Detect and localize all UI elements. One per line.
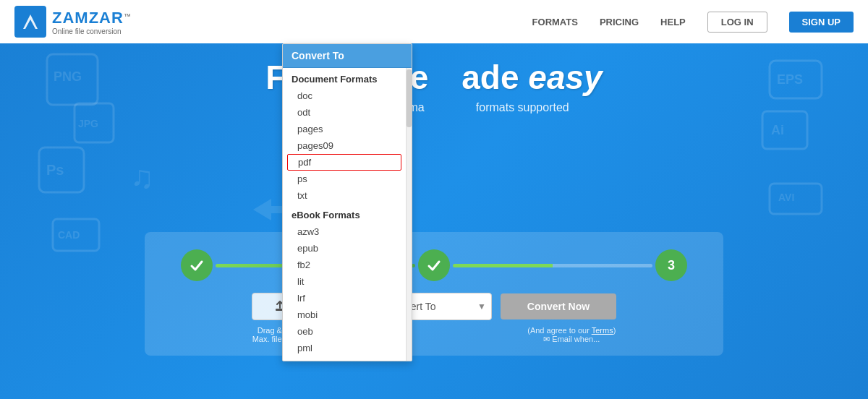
doodle-ps: Ps	[36, 145, 87, 195]
svg-text:Ai: Ai	[771, 123, 784, 137]
dropdown-item-fb2[interactable]: fb2	[283, 257, 406, 273]
hero-section: File convert ade easy Convert documents,…	[0, 58, 868, 114]
info-email-text: ✉ Email when...	[527, 335, 616, 344]
main-nav: FORMATS PRICING HELP LOG IN SIGN UP	[532, 12, 854, 33]
dropdown-item-pages[interactable]: pages	[283, 121, 406, 137]
section-label-document: Document Formats	[283, 68, 406, 87]
scrollbar-thumb	[407, 69, 412, 127]
hero-subtitle: Convert documents, ima formats supported	[0, 101, 868, 114]
logo-svg	[20, 11, 41, 33]
dropdown-item-pml[interactable]: pml	[283, 340, 406, 356]
dropdown-item-odt[interactable]: odt	[283, 104, 406, 121]
checkmark-icon-2	[426, 257, 442, 273]
dropdown-item-txt[interactable]: txt	[283, 187, 406, 204]
dropdown-item-rb[interactable]: rb	[283, 356, 406, 361]
scrollbar-track	[406, 68, 412, 361]
nav-pricing[interactable]: PRICING	[600, 17, 639, 27]
dropdown-item-lrf[interactable]: lrf	[283, 290, 406, 306]
nav-help[interactable]: HELP	[660, 17, 686, 27]
nav-formats[interactable]: FORMATS	[532, 17, 578, 27]
doodle-avi: AVI	[767, 181, 825, 217]
svg-rect-10	[762, 111, 807, 149]
dropdown-item-doc[interactable]: doc	[283, 87, 406, 104]
logo-icon	[14, 6, 46, 38]
hero-title: File convert ade easy	[0, 58, 868, 97]
doodle-arrow	[246, 195, 282, 224]
step-3-circle: 3	[655, 249, 687, 281]
info-row: Drag & drop files, or select link Max. f…	[166, 326, 702, 344]
converter-widget: 3 Add Files... Convert To pdf doc epub ▼…	[145, 232, 723, 356]
svg-text:AVI: AVI	[778, 192, 794, 203]
logo-subtitle: Online file conversion	[52, 27, 131, 35]
svg-rect-12	[770, 184, 822, 214]
progress-line-2	[453, 264, 652, 267]
checkmark-icon	[189, 257, 205, 273]
signup-button[interactable]: SIGN UP	[789, 12, 854, 33]
info-terms-text: (And agree to our Terms)	[527, 326, 616, 335]
dropdown-item-azw3[interactable]: azw3	[283, 223, 406, 240]
dropdown-scroll-area[interactable]: Document Formats doc odt pages pages09 p…	[283, 68, 406, 361]
dropdown-item-oeb[interactable]: oeb	[283, 323, 406, 340]
logo-text: ZAMZAR™ Online file conversion	[52, 9, 131, 35]
svg-text:CAD: CAD	[58, 229, 80, 241]
header: ZAMZAR™ Online file conversion FORMATS P…	[0, 0, 868, 43]
svg-text:JPG: JPG	[78, 118, 98, 129]
terms-link[interactable]: Terms	[592, 326, 613, 335]
progress-bar: 3	[166, 249, 702, 281]
dropdown-item-epub[interactable]: epub	[283, 240, 406, 257]
dropdown-header: Convert To	[283, 44, 412, 68]
doodle-cad: CAD	[51, 217, 101, 253]
dropdown-item-mobi[interactable]: mobi	[283, 306, 406, 323]
logo-area: ZAMZAR™ Online file conversion	[14, 6, 131, 38]
doodle-ai: Ai	[760, 108, 810, 152]
action-buttons-row: Add Files... Convert To pdf doc epub ▼ C…	[166, 293, 702, 320]
convert-to-dropdown: Convert To Document Formats doc odt page…	[282, 43, 412, 361]
login-button[interactable]: LOG IN	[707, 12, 767, 33]
step-1-circle	[181, 249, 213, 281]
info-right: (And agree to our Terms) ✉ Email when...	[527, 326, 616, 344]
dropdown-item-pages09[interactable]: pages09	[283, 137, 406, 154]
dropdown-item-lit[interactable]: lit	[283, 273, 406, 290]
convert-now-button[interactable]: Convert Now	[501, 293, 616, 319]
step-2-circle	[418, 249, 450, 281]
dropdown-item-ps[interactable]: ps	[283, 171, 406, 187]
svg-text:Ps: Ps	[46, 162, 64, 178]
svg-marker-15	[253, 199, 282, 220]
dropdown-item-pdf[interactable]: pdf	[287, 154, 401, 171]
section-label-ebook: eBook Formats	[283, 204, 406, 223]
doodle-music: ♫	[130, 159, 159, 195]
svg-text:♫: ♫	[130, 159, 154, 194]
logo-name: ZAMZAR™	[52, 9, 131, 27]
